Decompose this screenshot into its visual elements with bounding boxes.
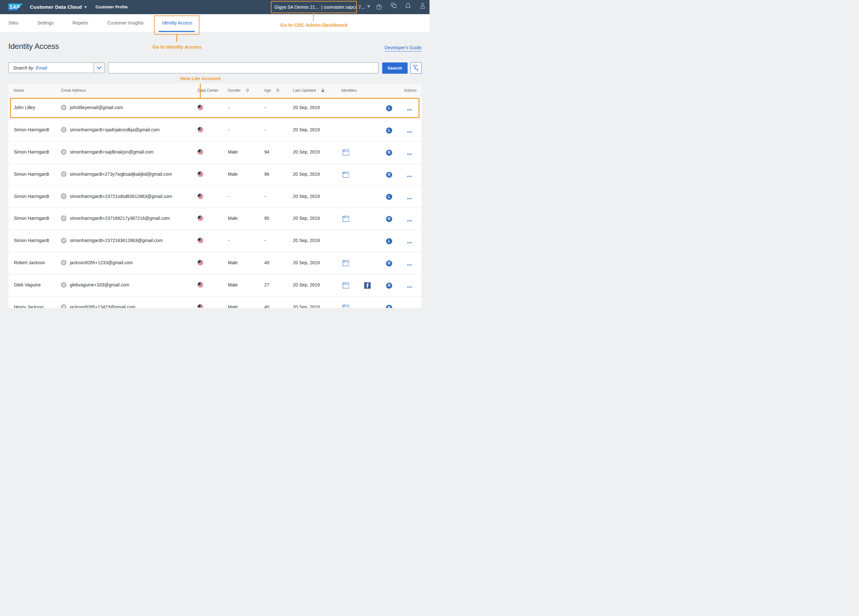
- svg-text:SAP: SAP: [9, 5, 20, 10]
